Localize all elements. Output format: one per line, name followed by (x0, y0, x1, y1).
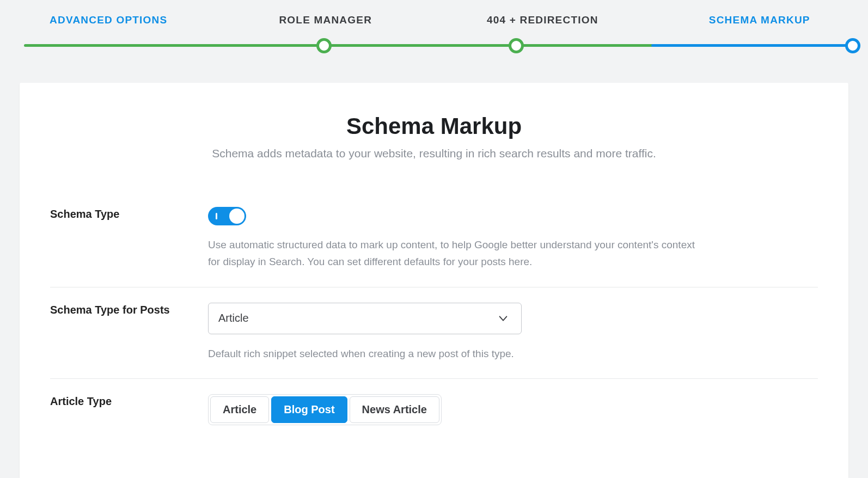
article-type-option-article[interactable]: Article (210, 396, 269, 423)
step-role-manager[interactable]: ROLE MANAGER (217, 14, 435, 26)
step-advanced-options[interactable]: ADVANCED OPTIONS (0, 14, 217, 26)
schema-type-posts-description: Default rich snippet selected when creat… (208, 345, 709, 362)
step-dot-2 (316, 38, 332, 53)
page-subtitle: Schema adds metadata to your website, re… (50, 147, 818, 160)
schema-type-posts-value: Article (218, 312, 249, 324)
step-dot-4 (845, 38, 860, 53)
settings-card: Schema Markup Schema adds metadata to yo… (20, 83, 848, 478)
row-article-type: Article Type Article Blog Post News Arti… (50, 379, 818, 425)
article-type-label: Article Type (50, 394, 208, 408)
schema-type-posts-select[interactable]: Article (208, 303, 522, 334)
toggle-on-indicator-icon (216, 213, 217, 219)
schema-type-toggle[interactable] (208, 207, 246, 225)
toggle-knob (229, 209, 244, 224)
row-schema-type-posts: Schema Type for Posts Article Default ri… (50, 287, 818, 379)
schema-type-description: Use automatic structured data to mark up… (208, 236, 709, 271)
wizard-stepper: ADVANCED OPTIONS ROLE MANAGER 404 + REDI… (0, 0, 868, 54)
step-schema-markup[interactable]: SCHEMA MARKUP (651, 14, 869, 26)
page-title: Schema Markup (50, 113, 818, 139)
progress-bar-current (651, 44, 861, 47)
article-type-option-news-article[interactable]: News Article (350, 396, 439, 423)
article-type-option-blog-post[interactable]: Blog Post (271, 396, 347, 423)
row-schema-type: Schema Type Use automatic structured dat… (50, 192, 818, 287)
chevron-down-icon (497, 312, 509, 324)
step-dot-3 (509, 38, 524, 53)
article-type-group: Article Blog Post News Article (208, 394, 442, 425)
step-404-redirection[interactable]: 404 + REDIRECTION (434, 14, 651, 26)
schema-type-label: Schema Type (50, 207, 208, 220)
schema-type-posts-label: Schema Type for Posts (50, 303, 208, 316)
